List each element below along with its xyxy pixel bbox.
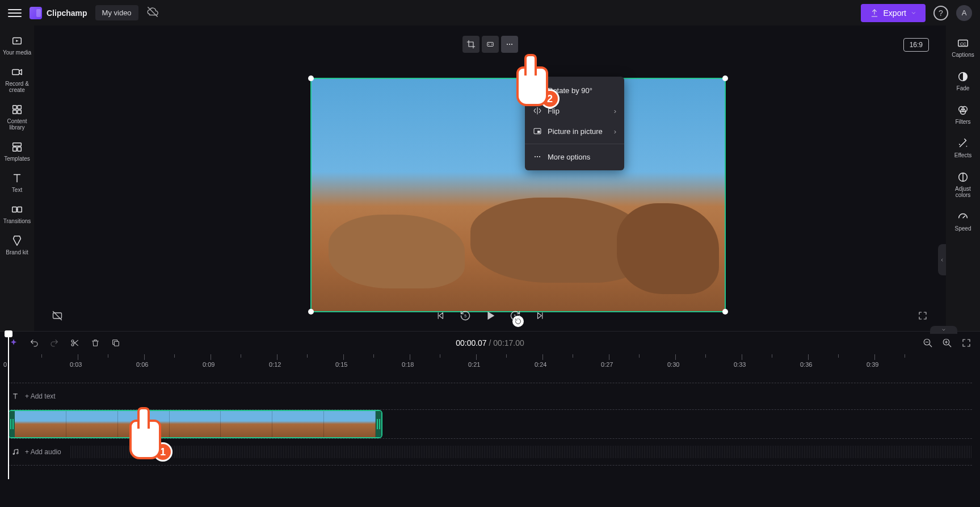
svg-point-17 <box>535 156 536 157</box>
more-options-button[interactable] <box>501 36 518 53</box>
right-panel-expand-handle[interactable] <box>938 244 946 275</box>
fullscreen-button[interactable] <box>916 309 929 322</box>
duplicate-button[interactable] <box>110 337 121 349</box>
ctx-more-options[interactable]: More options <box>525 146 624 167</box>
crop-button[interactable] <box>462 36 480 53</box>
skip-end-button[interactable] <box>534 309 546 322</box>
zoom-in-button[interactable] <box>941 337 953 349</box>
svg-rect-2 <box>13 106 16 109</box>
svg-rect-7 <box>13 147 16 151</box>
annotation-cursor-1: 1 <box>129 420 173 459</box>
ctx-label: More options <box>548 153 590 161</box>
rail-label: Your media <box>3 49 31 56</box>
ruler-mark: 0:21 <box>473 354 480 368</box>
rail-label: Brand kit <box>6 249 28 255</box>
svg-rect-10 <box>18 207 22 212</box>
ruler-mark: 0:27 <box>605 354 613 368</box>
timeline-ruler[interactable]: 00:030:060:090:120:150:180:210:240:270:3… <box>8 354 972 369</box>
text-track-add[interactable]: + Add text <box>8 383 972 410</box>
video-preview[interactable] <box>310 78 726 312</box>
svg-rect-8 <box>18 147 21 151</box>
top-bar: Clipchamp My video Export ? A <box>0 0 980 26</box>
svg-point-36 <box>13 453 14 454</box>
rail-record-create[interactable]: Record & create <box>2 62 32 97</box>
rewind-5s-button[interactable]: 5 <box>459 309 472 322</box>
rail-text[interactable]: Text <box>2 169 32 196</box>
menu-icon[interactable] <box>8 6 22 20</box>
timeline-zoom-controls <box>922 337 972 349</box>
rail-filters[interactable]: Filters <box>948 100 978 128</box>
rail-label: Transitions <box>3 218 31 224</box>
project-name-field[interactable]: My video <box>95 5 138 20</box>
ruler-mark: 0:18 <box>406 354 414 368</box>
svg-rect-3 <box>18 106 21 109</box>
rail-label: Content library <box>2 118 32 131</box>
divider <box>525 144 624 144</box>
rail-transitions[interactable]: Transitions <box>2 200 32 228</box>
svg-point-14 <box>511 44 512 45</box>
ruler-mark: 0:12 <box>274 354 281 368</box>
toggle-safe-zone-button[interactable] <box>51 309 64 322</box>
aspect-ratio-selector[interactable]: 16:9 <box>903 38 929 52</box>
main-area: Your media Record & create Content libra… <box>0 26 980 331</box>
rail-label: Effects <box>954 152 971 158</box>
rail-label: Speed <box>955 225 971 232</box>
rail-label: Fade <box>957 85 970 91</box>
timeline-toolbar: 00:00.07 / 00:17.00 <box>0 332 980 354</box>
video-clip[interactable] <box>8 410 382 438</box>
clip-trim-left[interactable] <box>9 411 15 437</box>
fit-button[interactable] <box>482 36 499 53</box>
app-logo[interactable]: Clipchamp <box>30 7 87 19</box>
ruler-mark: 0:06 <box>141 354 148 368</box>
svg-text:CC: CC <box>960 41 966 47</box>
zoom-fit-button[interactable] <box>961 337 972 349</box>
svg-text:5: 5 <box>464 314 466 318</box>
ctx-picture-in-picture[interactable]: Picture in picture › <box>525 121 624 141</box>
forward-5s-button[interactable]: 5 <box>509 309 521 322</box>
rail-brand-kit[interactable]: Brand kit <box>2 231 32 259</box>
ctx-label: Picture in picture <box>548 127 603 136</box>
export-button[interactable]: Export <box>861 4 926 22</box>
app-name: Clipchamp <box>47 9 87 18</box>
resize-handle-tr[interactable] <box>722 76 728 81</box>
timeline-time-display: 00:00.07 / 00:17.00 <box>456 338 524 347</box>
ruler-mark: 0:30 <box>672 354 679 368</box>
rail-templates[interactable]: Templates <box>2 137 32 165</box>
svg-point-29 <box>966 146 968 147</box>
audio-waveform-placeholder <box>70 446 972 458</box>
redo-button[interactable] <box>49 337 60 349</box>
svg-rect-5 <box>18 110 21 114</box>
playhead[interactable] <box>8 332 9 479</box>
rail-label: Filters <box>955 119 970 125</box>
rail-label: Record & create <box>2 81 32 93</box>
help-button[interactable]: ? <box>933 6 948 20</box>
svg-rect-4 <box>13 110 16 114</box>
skip-start-button[interactable] <box>434 309 447 322</box>
split-button[interactable] <box>69 337 81 349</box>
play-button[interactable] <box>484 309 497 322</box>
clip-trim-right[interactable] <box>376 411 381 437</box>
rail-adjust-colors[interactable]: Adjust colors <box>948 167 978 202</box>
svg-point-13 <box>508 44 510 45</box>
svg-point-37 <box>16 452 18 454</box>
left-rail: Your media Record & create Content libra… <box>0 26 34 331</box>
rail-your-media[interactable]: Your media <box>2 31 32 59</box>
delete-button[interactable] <box>90 337 101 349</box>
rail-label: Adjust colors <box>948 186 978 198</box>
rail-speed[interactable]: Speed <box>948 207 978 235</box>
rail-content-library[interactable]: Content library <box>2 100 32 134</box>
rail-fade[interactable]: Fade <box>948 67 978 95</box>
ai-sparkle-button[interactable] <box>8 337 19 349</box>
svg-rect-9 <box>12 207 16 212</box>
zoom-out-button[interactable] <box>922 337 933 349</box>
rail-effects[interactable]: Effects <box>948 134 978 162</box>
undo-button[interactable] <box>28 337 40 349</box>
rail-label: Captions <box>952 52 974 58</box>
clipchamp-logo-icon <box>30 7 42 19</box>
resize-handle-tl[interactable] <box>308 76 314 81</box>
user-avatar[interactable]: A <box>956 5 972 21</box>
ruler-mark: 0:24 <box>539 354 546 368</box>
cloud-sync-off-icon[interactable] <box>146 6 159 20</box>
rail-label: Text <box>12 187 22 193</box>
rail-captions[interactable]: CC Captions <box>948 33 978 61</box>
